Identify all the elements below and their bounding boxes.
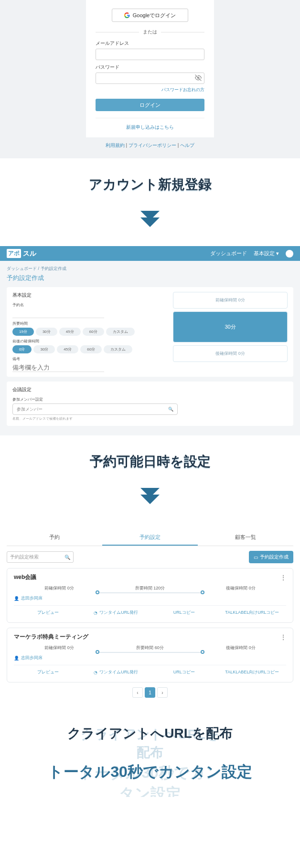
or-divider: または	[96, 29, 204, 35]
pager: ‹ 1 ›	[7, 687, 293, 698]
action-onetime-url[interactable]: ◔ワンタイムURL発行	[82, 665, 150, 679]
pager-prev[interactable]: ‹	[132, 687, 143, 698]
buffer-option[interactable]: 0分	[12, 345, 32, 353]
action-preview[interactable]: プレビュー	[14, 606, 82, 620]
time-main-box: 30分	[173, 311, 288, 342]
memo-label: 備考	[12, 356, 165, 362]
caption-3: クライアントへURLを配布	[0, 707, 300, 747]
basic-settings-card: 基本設定 予約名 所要時間 15分 30分 45分 60分 カスタム 前後の確保…	[7, 287, 293, 377]
breadcrumb-dashboard[interactable]: ダッシュボード	[7, 266, 37, 271]
buffer-pills: 0分 30分 45分 60分 カスタム	[12, 345, 165, 353]
basic-heading: 基本設定	[12, 292, 165, 299]
meeting-heading: 会議設定	[12, 386, 288, 393]
breadcrumb: ダッシュボード / 予約設定作成	[7, 266, 293, 272]
arrow-down-icon	[0, 488, 300, 504]
action-copy-url[interactable]: URLコピー	[150, 606, 218, 620]
tab-customers[interactable]: 顧客一覧	[198, 530, 293, 546]
action-talklabel-url[interactable]: TALKLABEL向けURLコピー	[218, 606, 287, 620]
action-preview[interactable]: プレビュー	[14, 665, 82, 679]
reservation-owner: 👤志田歩同席	[14, 595, 286, 601]
members-input[interactable]: 参加メンバー 🔍	[12, 403, 178, 415]
time-before-box: 前確保時間 0分	[173, 292, 288, 309]
more-icon[interactable]: ⋮	[280, 634, 286, 641]
google-icon	[124, 12, 130, 18]
app-header: アポスル ダッシュボード 基本設定 ▾	[0, 246, 300, 261]
duration-option[interactable]: 15分	[12, 328, 34, 336]
clock-icon: ◔	[94, 610, 97, 615]
buffer-label: 前後の確保時間	[12, 339, 165, 344]
buffer-option[interactable]: 30分	[33, 345, 55, 353]
members-label: 参加メンバー設定	[12, 397, 288, 402]
reservation-card: マーケラボ特典ミーティング⋮ 前確保時間 0分 所要時間 60分 後確保時間 0…	[7, 628, 293, 682]
reservation-title: web会議	[14, 573, 36, 581]
nav-settings[interactable]: 基本設定 ▾	[254, 250, 279, 257]
reservation-card: web会議⋮ 前確保時間 0分 所要時間 120分 後確保時間 0分 👤志田歩同…	[7, 568, 293, 623]
user-icon: 👤	[14, 596, 19, 601]
signup-link[interactable]: 新規申し込みはこちら	[96, 118, 204, 131]
name-input[interactable]	[12, 310, 104, 318]
pager-page[interactable]: 1	[145, 687, 155, 698]
caption-1: アカウント新規登録	[0, 158, 300, 198]
login-card: Googleでログイン または メールアドレス パスワード パスワードお忘れの方…	[86, 0, 214, 137]
password-label: パスワード	[96, 64, 204, 71]
duration-option[interactable]: 30分	[36, 328, 57, 336]
create-button[interactable]: ▭ 予約設定作成	[249, 551, 293, 563]
tab-settings[interactable]: 予約設定	[102, 530, 198, 546]
memo-input[interactable]	[12, 363, 104, 372]
password-input[interactable]	[96, 72, 204, 84]
search-input[interactable]: 予約設定検索🔍	[7, 551, 74, 563]
nav-dashboard[interactable]: ダッシュボード	[210, 250, 247, 257]
search-icon: 🔍	[168, 407, 173, 412]
time-after-box: 後確保時間 0分	[173, 345, 288, 362]
caption-2: 予約可能日時を設定	[0, 435, 300, 475]
privacy-link[interactable]: プライバシーポリシー	[129, 143, 176, 148]
tab-reservations[interactable]: 予約	[7, 530, 102, 546]
duration-pills: 15分 30分 45分 60分 カスタム	[12, 328, 165, 336]
page-title: 予約設定作成	[7, 274, 293, 282]
tabs: 予約 予約設定 顧客一覧	[7, 530, 293, 546]
duration-label: 所要時間	[12, 321, 165, 326]
calendar-icon: ▭	[254, 555, 258, 560]
google-login-button[interactable]: Googleでログイン	[112, 9, 188, 22]
duration-option[interactable]: カスタム	[106, 328, 135, 336]
terms-link[interactable]: 利用規約	[106, 143, 125, 148]
login-button[interactable]: ログイン	[96, 99, 204, 111]
members-hint: 名前、メールアドレスで候補を絞れます	[12, 416, 288, 421]
reservation-title: マーケラボ特典ミーティング	[14, 633, 88, 641]
action-talklabel-url[interactable]: TALKLABEL向けURLコピー	[218, 665, 287, 679]
login-section: Googleでログイン または メールアドレス パスワード パスワードお忘れの方…	[0, 0, 300, 158]
footer-links: 利用規約 | プライバシーポリシー | ヘルプ	[106, 142, 194, 149]
search-icon: 🔍	[64, 555, 70, 560]
reservation-owner: 👤志田歩同席	[14, 655, 286, 661]
final-heading: トータル30秒でカンタン設定	[0, 747, 300, 797]
app-dashboard-section: アポスル ダッシュボード 基本設定 ▾ ダッシュボード / 予約設定作成 予約設…	[0, 246, 300, 435]
name-label: 予約名	[12, 302, 165, 308]
duration-option[interactable]: 60分	[83, 328, 104, 336]
forgot-password-link[interactable]: パスワードお忘れの方	[96, 87, 204, 93]
buffer-option[interactable]: カスタム	[104, 345, 132, 353]
email-label: メールアドレス	[96, 40, 204, 47]
duration-option[interactable]: 45分	[59, 328, 81, 336]
user-icon: 👤	[14, 656, 19, 661]
more-icon[interactable]: ⋮	[280, 574, 286, 581]
meeting-settings-card: 会議設定 参加メンバー設定 参加メンバー 🔍 名前、メールアドレスで候補を絞れま…	[7, 382, 293, 426]
action-onetime-url[interactable]: ◔ワンタイムURL発行	[82, 606, 150, 620]
buffer-option[interactable]: 60分	[80, 345, 102, 353]
pager-next[interactable]: ›	[157, 687, 168, 698]
avatar-icon[interactable]	[286, 250, 293, 258]
buffer-option[interactable]: 45分	[57, 345, 78, 353]
app-logo: アポスル	[7, 249, 36, 258]
eye-off-icon[interactable]	[195, 74, 202, 83]
action-copy-url[interactable]: URLコピー	[150, 665, 218, 679]
clock-icon: ◔	[94, 670, 97, 675]
help-link[interactable]: ヘルプ	[180, 143, 194, 148]
google-login-label: Googleでログイン	[133, 12, 176, 19]
arrow-down-icon	[0, 211, 300, 227]
reservation-list-section: 予約 予約設定 顧客一覧 予約設定検索🔍 ▭ 予約設定作成 web会議⋮ 前確保…	[0, 523, 300, 707]
email-input[interactable]	[96, 49, 204, 60]
